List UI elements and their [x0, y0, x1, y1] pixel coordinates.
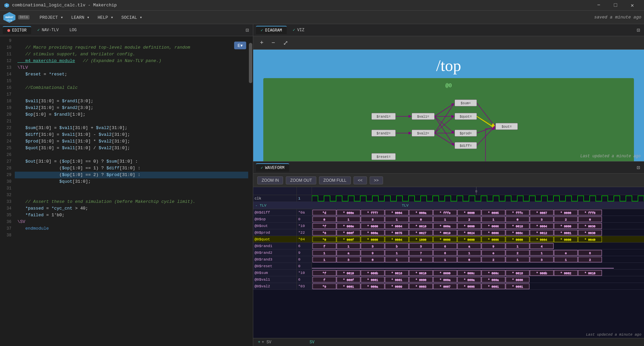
svg-line-43: [477, 126, 495, 146]
svg-text:* 0010: * 0010: [585, 272, 595, 275]
minimize-button[interactable]: −: [591, 0, 606, 11]
svg-text:* 0000: * 0000: [464, 212, 475, 215]
svg-text:* 000c: * 000c: [488, 272, 499, 275]
line-numbers: 9 10 11 12 13 14 15 16 17 18 19 20 21 22…: [0, 36, 15, 346]
maximize-button[interactable]: □: [608, 0, 623, 11]
app-icon: M: [4, 3, 9, 8]
tab-editor[interactable]: EDITOR: [3, 26, 31, 34]
zoom-out-button[interactable]: −: [269, 38, 278, 48]
svg-line-36: [435, 104, 454, 133]
e-button[interactable]: E▾: [234, 42, 246, 49]
editor-tabs-left: EDITOR ✓ NAV-TLV LOG: [3, 26, 81, 34]
svg-text:* 0010: * 0010: [343, 272, 354, 275]
svg-text:1: 1: [323, 258, 325, 262]
svg-text:a: a: [468, 245, 470, 248]
social-menu[interactable]: SOCIAL ▾: [118, 13, 146, 21]
svg-text:* 1000: * 1000: [416, 238, 426, 242]
learn-menu[interactable]: LEARN ▾: [68, 13, 93, 21]
zoom-in-button[interactable]: +: [257, 38, 266, 48]
svg-text:* 0001: * 0001: [488, 285, 499, 289]
svg-text:* 0000: * 0000: [416, 279, 426, 282]
waveform-expand-button[interactable]: ⊡: [635, 163, 641, 172]
svg-text:* 0012: * 0012: [536, 232, 547, 235]
svg-text:* 0000: * 0000: [512, 279, 523, 282]
svg-text:1: 1: [396, 258, 397, 262]
waveform-canvas-area[interactable]: 0 clk 1: [253, 187, 644, 338]
diagram-expand-button[interactable]: ⊡: [635, 25, 641, 35]
code-line-18: $val1[31:0] = $rand1[3:0];: [15, 98, 248, 105]
svg-text:* 0007: * 0007: [536, 212, 547, 215]
scroll-thumb[interactable]: [249, 43, 252, 83]
svg-text:* 0010: * 0010: [416, 225, 426, 228]
sv-expand-item[interactable]: + + SV: [256, 339, 273, 345]
svg-text:6: 6: [444, 252, 446, 255]
help-menu[interactable]: HELP ▾: [94, 13, 117, 21]
tab-log[interactable]: LOG: [65, 26, 82, 34]
svg-text:1: 1: [517, 258, 518, 262]
clk-label: clk: [253, 195, 297, 201]
svg-text:f: f: [323, 245, 325, 248]
waveform-scroll-area[interactable]: 0 clk 1: [253, 187, 644, 338]
svg-text:1: 1: [323, 252, 325, 255]
code-line-32: [15, 192, 248, 198]
zoom-full-button[interactable]: ⤢: [280, 38, 291, 48]
svg-line-40: [477, 103, 495, 126]
svg-text:1: 1: [468, 252, 470, 255]
code-line-36: \SV: [15, 219, 248, 225]
svg-text:3: 3: [420, 258, 422, 262]
editor-scrollbar[interactable]: [248, 36, 253, 346]
svg-text:*f: *f: [323, 225, 326, 228]
tab-waveform[interactable]: ✓ WAVEFORM: [256, 163, 289, 172]
diagram-panel: ✓ DIAGRAM ✓ VIZ ⊡ + − ⤢ /top @0: [253, 24, 644, 162]
zoom-full-wave-button[interactable]: ZOOM FULL: [319, 176, 351, 184]
editor-tabs: EDITOR ✓ NAV-TLV LOG ⊡: [0, 24, 253, 36]
circuit-diagram: $rand1= $rand2= $reset= $rand3= $val1=: [267, 90, 631, 161]
svg-text:* fff7: * fff7: [367, 212, 378, 215]
zoom-in-wave-button[interactable]: ZOOM IN: [257, 176, 283, 184]
svg-text:* 0006: * 0006: [464, 285, 475, 289]
zoom-out-wave-button[interactable]: ZOOM OUT: [286, 176, 316, 184]
code-line-33: // Assert these to end simulation (befor…: [15, 198, 248, 205]
svg-text:* 0001: * 0001: [343, 285, 354, 289]
svg-text:* 0000: * 0000: [560, 225, 571, 228]
svg-text:M: M: [6, 4, 7, 7]
svg-text:* 0030: * 0030: [585, 225, 595, 228]
diagram-view: /top @0 $rand1= $rand2= $reset=: [253, 50, 644, 161]
svg-text:$reset=: $reset=: [376, 155, 390, 159]
tab-diagram[interactable]: ✓ DIAGRAM: [256, 26, 287, 34]
nav-back-button[interactable]: <<: [354, 176, 367, 184]
code-line-9: [15, 38, 248, 44]
code-content[interactable]: // Macro providing required top-level mo…: [15, 36, 248, 346]
svg-text:maker: maker: [5, 16, 13, 19]
editor-dot: [7, 29, 10, 32]
waveform-panel: ✓ WAVEFORM ⊡ ZOOM IN ZOOM OUT ZOOM FULL …: [253, 162, 644, 346]
nav-fwd-button[interactable]: >>: [370, 176, 383, 184]
svg-text:$val1=: $val1=: [417, 115, 429, 119]
svg-text:0: 0: [323, 218, 325, 222]
svg-text:* 0000: * 0000: [560, 238, 571, 242]
close-button[interactable]: ✕: [625, 0, 640, 11]
project-menu[interactable]: PROJECT ▾: [36, 13, 66, 21]
code-line-16: //Combinational Calc: [15, 84, 248, 91]
code-line-28: ($op[1:0] == 1) ? $diff[31:0] :: [15, 165, 248, 172]
svg-line-39: [435, 133, 454, 146]
svg-text:* 000e: * 000e: [343, 225, 354, 228]
rand1-row: @0$rand1 6 f 1 3: [253, 243, 644, 249]
left-panel: EDITOR ✓ NAV-TLV LOG ⊡ 9 10 11 12 13 14: [0, 24, 253, 346]
titlebar-controls[interactable]: − □ ✕: [591, 0, 640, 11]
tab-nav-tlv[interactable]: ✓ NAV-TLV: [33, 26, 63, 34]
editor-expand-button[interactable]: ⊡: [244, 25, 250, 35]
svg-text:1: 1: [444, 218, 446, 222]
diagram-at0: @0: [267, 81, 631, 90]
svg-text:2: 2: [492, 258, 494, 262]
svg-text:* 0024: * 0024: [464, 232, 475, 235]
editor-area[interactable]: 9 10 11 12 13 14 15 16 17 18 19 20 21 22…: [0, 36, 253, 346]
rand2-row: @0$rand2 9 1 a 9: [253, 249, 644, 256]
svg-text:* 0006: * 0006: [488, 225, 499, 228]
tab-viz[interactable]: ✓ VIZ: [288, 26, 309, 34]
code-line-25: $quot[31:0] = $val1[31:0] / $val2[31:0];: [15, 145, 248, 152]
waveform-last-updated: Last updated a minute ago: [586, 333, 641, 337]
sv-bar: + + SV SV: [253, 338, 644, 346]
svg-text:* 0019: * 0019: [440, 232, 450, 235]
diagram-last-updated: Last updated a minute ago: [580, 154, 641, 159]
